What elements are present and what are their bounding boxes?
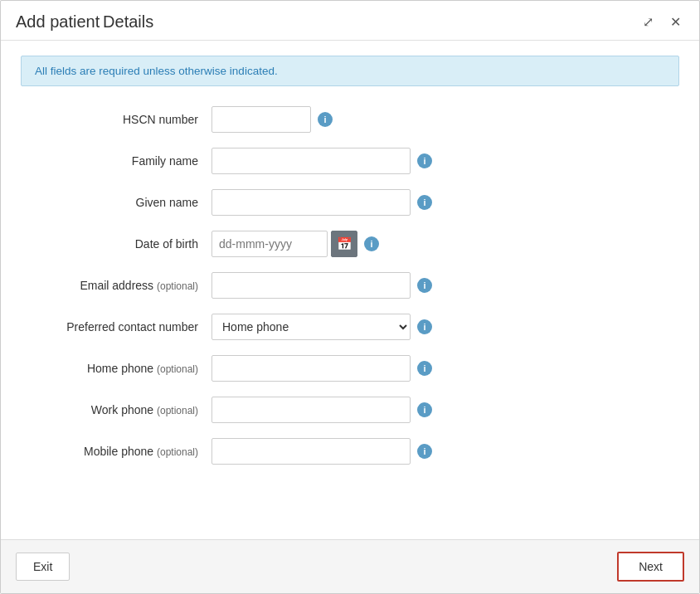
info-icon-hscn[interactable]: i	[318, 112, 333, 127]
info-icon-email[interactable]: i	[417, 278, 432, 293]
input-home-phone[interactable]	[211, 355, 411, 382]
input-mobile-phone[interactable]	[211, 438, 411, 465]
info-icon-family-name[interactable]: i	[417, 153, 432, 168]
input-given-name[interactable]	[211, 189, 411, 216]
input-hscn[interactable]	[211, 106, 311, 133]
modal-header-icons: ⤢ ✕	[639, 12, 684, 32]
info-banner-text: All fields are required unless otherwise…	[35, 65, 278, 77]
info-icon-preferred-contact[interactable]: i	[417, 319, 432, 334]
info-icon-given-name[interactable]: i	[417, 195, 432, 210]
form-row-family-name: Family name i	[21, 148, 679, 174]
info-icon-mobile-phone[interactable]: i	[417, 444, 432, 459]
label-work-phone: Work phone (optional)	[21, 403, 211, 416]
info-icon-home-phone[interactable]: i	[417, 361, 432, 376]
input-email[interactable]	[211, 272, 411, 299]
input-work-phone[interactable]	[211, 397, 411, 423]
form-row-hscn: HSCN number i	[21, 106, 679, 133]
form-row-dob: Date of birth 📅 i	[21, 231, 679, 257]
label-home-phone: Home phone (optional)	[21, 362, 211, 375]
form-row-home-phone: Home phone (optional) i	[21, 355, 679, 382]
dob-wrapper: 📅	[211, 231, 357, 257]
modal-footer: Exit Next	[1, 539, 699, 593]
modal-header: Add patient Details ⤢ ✕	[1, 1, 699, 41]
label-preferred-contact: Preferred contact number	[21, 320, 211, 334]
modal-title: Add patient	[16, 12, 100, 31]
modal-subtitle: Details	[103, 12, 153, 31]
form-row-mobile-phone: Mobile phone (optional) i	[21, 438, 679, 465]
info-icon-dob[interactable]: i	[364, 236, 379, 251]
input-dob[interactable]	[211, 231, 328, 257]
modal-body: All fields are required unless otherwise…	[1, 41, 699, 539]
input-family-name[interactable]	[211, 148, 411, 174]
info-icon-work-phone[interactable]: i	[417, 402, 432, 417]
form-row-work-phone: Work phone (optional) i	[21, 397, 679, 423]
close-button[interactable]: ✕	[667, 12, 684, 32]
expand-button[interactable]: ⤢	[639, 12, 657, 32]
exit-button[interactable]: Exit	[16, 553, 70, 581]
label-family-name: Family name	[21, 154, 211, 168]
add-patient-modal: Add patient Details ⤢ ✕ All fields are r…	[0, 0, 700, 594]
label-given-name: Given name	[21, 196, 211, 209]
next-button[interactable]: Next	[617, 552, 684, 582]
select-preferred-contact[interactable]: Home phone Work phone Mobile phone	[211, 314, 411, 340]
form-row-preferred-contact: Preferred contact number Home phone Work…	[21, 314, 679, 340]
label-hscn: HSCN number	[21, 113, 211, 126]
calendar-button[interactable]: 📅	[331, 231, 357, 257]
form-row-email: Email address (optional) i	[21, 272, 679, 299]
label-dob: Date of birth	[21, 237, 211, 251]
form-row-given-name: Given name i	[21, 189, 679, 216]
modal-title-group: Add patient Details	[16, 12, 153, 32]
label-email: Email address (optional)	[21, 279, 211, 292]
label-mobile-phone: Mobile phone (optional)	[21, 445, 211, 458]
info-banner: All fields are required unless otherwise…	[21, 56, 679, 86]
